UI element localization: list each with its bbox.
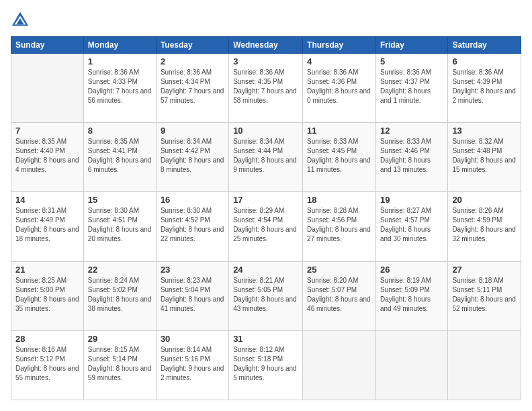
day-info: Sunrise: 8:35 AMSunset: 4:41 PMDaylight:… xyxy=(88,137,152,175)
day-number: 9 xyxy=(161,126,224,136)
calendar-day-cell: 26Sunrise: 8:19 AMSunset: 5:09 PMDayligh… xyxy=(375,261,447,330)
day-number: 18 xyxy=(307,195,371,205)
calendar-day-cell: 1Sunrise: 8:36 AMSunset: 4:33 PMDaylight… xyxy=(83,54,156,123)
day-info: Sunrise: 8:32 AMSunset: 4:48 PMDaylight:… xyxy=(452,137,517,175)
calendar-day-cell: 8Sunrise: 8:35 AMSunset: 4:41 PMDaylight… xyxy=(83,123,156,192)
calendar-day-cell: 16Sunrise: 8:30 AMSunset: 4:52 PMDayligh… xyxy=(156,192,228,261)
calendar-day-cell: 11Sunrise: 8:33 AMSunset: 4:45 PMDayligh… xyxy=(303,123,376,192)
calendar-day-cell: 25Sunrise: 8:20 AMSunset: 5:07 PMDayligh… xyxy=(303,261,376,330)
logo-icon xyxy=(11,11,30,30)
calendar-week-row: 28Sunrise: 8:16 AMSunset: 5:12 PMDayligh… xyxy=(11,330,521,400)
weekday-header-cell: Wednesday xyxy=(229,37,303,54)
calendar-day-cell: 5Sunrise: 8:36 AMSunset: 4:37 PMDaylight… xyxy=(375,54,447,123)
day-info: Sunrise: 8:27 AMSunset: 4:57 PMDaylight:… xyxy=(380,206,443,244)
day-number: 23 xyxy=(161,265,224,275)
day-info: Sunrise: 8:30 AMSunset: 4:52 PMDaylight:… xyxy=(161,206,224,244)
calendar-day-cell: 15Sunrise: 8:30 AMSunset: 4:51 PMDayligh… xyxy=(83,192,156,261)
day-info: Sunrise: 8:36 AMSunset: 4:39 PMDaylight:… xyxy=(452,68,517,105)
day-info: Sunrise: 8:36 AMSunset: 4:33 PMDaylight:… xyxy=(88,68,152,105)
calendar-day-cell: 31Sunrise: 8:12 AMSunset: 5:18 PMDayligh… xyxy=(229,330,303,400)
day-info: Sunrise: 8:19 AMSunset: 5:09 PMDaylight:… xyxy=(380,276,443,314)
calendar-day-cell: 18Sunrise: 8:28 AMSunset: 4:56 PMDayligh… xyxy=(303,192,376,261)
day-number: 1 xyxy=(88,56,152,66)
calendar-day-cell: 4Sunrise: 8:36 AMSunset: 4:36 PMDaylight… xyxy=(303,54,376,123)
day-number: 7 xyxy=(15,126,79,136)
day-info: Sunrise: 8:30 AMSunset: 4:51 PMDaylight:… xyxy=(88,206,152,244)
calendar-week-row: 1Sunrise: 8:36 AMSunset: 4:33 PMDaylight… xyxy=(11,54,521,123)
calendar-day-cell: 19Sunrise: 8:27 AMSunset: 4:57 PMDayligh… xyxy=(375,192,447,261)
day-number: 11 xyxy=(307,126,371,136)
day-info: Sunrise: 8:36 AMSunset: 4:36 PMDaylight:… xyxy=(307,68,371,105)
day-number: 29 xyxy=(88,334,152,344)
day-number: 31 xyxy=(233,334,298,344)
day-number: 30 xyxy=(161,334,224,344)
day-number: 27 xyxy=(452,265,517,275)
day-number: 6 xyxy=(452,56,517,66)
logo xyxy=(11,11,32,30)
day-number: 15 xyxy=(88,195,152,205)
calendar-day-cell: 7Sunrise: 8:35 AMSunset: 4:40 PMDaylight… xyxy=(11,123,84,192)
day-number: 5 xyxy=(380,56,443,66)
day-info: Sunrise: 8:25 AMSunset: 5:00 PMDaylight:… xyxy=(15,276,79,314)
day-number: 8 xyxy=(88,126,152,136)
day-number: 16 xyxy=(161,195,224,205)
day-number: 28 xyxy=(15,334,79,344)
calendar-day-cell xyxy=(448,330,521,400)
calendar-day-cell xyxy=(375,330,447,400)
weekday-header-cell: Saturday xyxy=(448,37,521,54)
calendar-week-row: 21Sunrise: 8:25 AMSunset: 5:00 PMDayligh… xyxy=(11,261,521,330)
day-info: Sunrise: 8:12 AMSunset: 5:18 PMDaylight:… xyxy=(233,345,298,383)
calendar-day-cell xyxy=(303,330,376,400)
day-info: Sunrise: 8:35 AMSunset: 4:40 PMDaylight:… xyxy=(15,137,79,175)
day-info: Sunrise: 8:31 AMSunset: 4:49 PMDaylight:… xyxy=(15,206,79,244)
day-number: 26 xyxy=(380,265,443,275)
calendar-day-cell xyxy=(11,54,84,123)
day-info: Sunrise: 8:29 AMSunset: 4:54 PMDaylight:… xyxy=(233,206,298,244)
calendar-body: 1Sunrise: 8:36 AMSunset: 4:33 PMDaylight… xyxy=(11,54,521,400)
calendar-container: SundayMondayTuesdayWednesdayThursdayFrid… xyxy=(0,0,532,411)
weekday-header-row: SundayMondayTuesdayWednesdayThursdayFrid… xyxy=(11,37,521,54)
calendar-day-cell: 30Sunrise: 8:14 AMSunset: 5:16 PMDayligh… xyxy=(156,330,228,400)
day-number: 3 xyxy=(233,56,298,66)
calendar-day-cell: 22Sunrise: 8:24 AMSunset: 5:02 PMDayligh… xyxy=(83,261,156,330)
calendar-day-cell: 6Sunrise: 8:36 AMSunset: 4:39 PMDaylight… xyxy=(448,54,521,123)
day-number: 2 xyxy=(161,56,224,66)
day-number: 13 xyxy=(452,126,517,136)
calendar-day-cell: 24Sunrise: 8:21 AMSunset: 5:05 PMDayligh… xyxy=(229,261,303,330)
day-info: Sunrise: 8:23 AMSunset: 5:04 PMDaylight:… xyxy=(161,276,224,314)
day-number: 22 xyxy=(88,265,152,275)
day-number: 20 xyxy=(452,195,517,205)
calendar-week-row: 14Sunrise: 8:31 AMSunset: 4:49 PMDayligh… xyxy=(11,192,521,261)
day-info: Sunrise: 8:21 AMSunset: 5:05 PMDaylight:… xyxy=(233,276,298,314)
calendar-day-cell: 23Sunrise: 8:23 AMSunset: 5:04 PMDayligh… xyxy=(156,261,228,330)
calendar-week-row: 7Sunrise: 8:35 AMSunset: 4:40 PMDaylight… xyxy=(11,123,521,192)
calendar-table: SundayMondayTuesdayWednesdayThursdayFrid… xyxy=(11,36,521,400)
calendar-day-cell: 27Sunrise: 8:18 AMSunset: 5:11 PMDayligh… xyxy=(448,261,521,330)
calendar-day-cell: 14Sunrise: 8:31 AMSunset: 4:49 PMDayligh… xyxy=(11,192,84,261)
day-info: Sunrise: 8:36 AMSunset: 4:34 PMDaylight:… xyxy=(161,68,224,105)
calendar-day-cell: 29Sunrise: 8:15 AMSunset: 5:14 PMDayligh… xyxy=(83,330,156,400)
day-info: Sunrise: 8:33 AMSunset: 4:46 PMDaylight:… xyxy=(380,137,443,175)
weekday-header-cell: Thursday xyxy=(303,37,376,54)
day-number: 24 xyxy=(233,265,298,275)
calendar-day-cell: 9Sunrise: 8:34 AMSunset: 4:42 PMDaylight… xyxy=(156,123,228,192)
calendar-day-cell: 21Sunrise: 8:25 AMSunset: 5:00 PMDayligh… xyxy=(11,261,84,330)
calendar-day-cell: 13Sunrise: 8:32 AMSunset: 4:48 PMDayligh… xyxy=(448,123,521,192)
day-info: Sunrise: 8:33 AMSunset: 4:45 PMDaylight:… xyxy=(307,137,371,175)
day-number: 25 xyxy=(307,265,371,275)
day-info: Sunrise: 8:34 AMSunset: 4:44 PMDaylight:… xyxy=(233,137,298,175)
day-number: 14 xyxy=(15,195,79,205)
calendar-day-cell: 12Sunrise: 8:33 AMSunset: 4:46 PMDayligh… xyxy=(375,123,447,192)
calendar-day-cell: 3Sunrise: 8:36 AMSunset: 4:35 PMDaylight… xyxy=(229,54,303,123)
day-info: Sunrise: 8:34 AMSunset: 4:42 PMDaylight:… xyxy=(161,137,224,175)
day-number: 12 xyxy=(380,126,443,136)
day-number: 21 xyxy=(15,265,79,275)
weekday-header-cell: Tuesday xyxy=(156,37,228,54)
weekday-header-cell: Monday xyxy=(83,37,156,54)
day-info: Sunrise: 8:28 AMSunset: 4:56 PMDaylight:… xyxy=(307,206,371,244)
day-info: Sunrise: 8:18 AMSunset: 5:11 PMDaylight:… xyxy=(452,276,517,314)
calendar-day-cell: 20Sunrise: 8:26 AMSunset: 4:59 PMDayligh… xyxy=(448,192,521,261)
weekday-header-cell: Friday xyxy=(375,37,447,54)
weekday-header-cell: Sunday xyxy=(11,37,84,54)
day-number: 17 xyxy=(233,195,298,205)
